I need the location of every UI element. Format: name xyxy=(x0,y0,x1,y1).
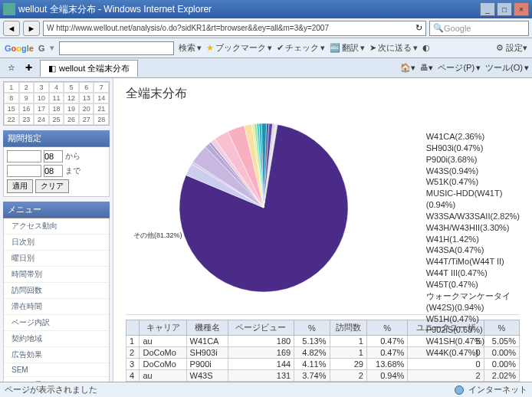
menu-item[interactable]: 曜日別 xyxy=(4,251,109,267)
calendar-day[interactable]: 27 xyxy=(79,114,94,125)
menu-item[interactable]: 広告効果 xyxy=(4,347,109,363)
calendar-day[interactable]: 20 xyxy=(79,103,94,114)
google-bookmark[interactable]: ★ブックマーク▾ xyxy=(206,42,272,54)
table-header: キャリア xyxy=(140,320,186,336)
calendar-day[interactable]: 3 xyxy=(34,82,49,93)
calendar-day[interactable]: 15 xyxy=(4,103,19,114)
from-label: から xyxy=(65,151,80,162)
address-bar[interactable]: W http://www.wellout.net/analysis/o.do?s… xyxy=(43,21,426,36)
table-cell: 144 xyxy=(228,359,294,370)
chart-label: W44T III(0.47%) xyxy=(426,267,520,279)
to-num-input[interactable] xyxy=(44,165,63,177)
menu-item[interactable]: 契約地域 xyxy=(4,331,109,347)
add-favorites[interactable]: ✚ xyxy=(20,61,37,76)
table-cell: 0.47% xyxy=(366,382,407,382)
calendar-day[interactable]: 5 xyxy=(64,82,79,93)
chart-label: W41CA(2.36%) xyxy=(426,131,520,143)
refresh-icon[interactable]: ↻ xyxy=(415,23,422,33)
menu-header: メニュー xyxy=(3,202,110,218)
back-button[interactable]: ◄ xyxy=(3,21,20,36)
menu-item[interactable]: 訪問回数 xyxy=(4,283,109,299)
clear-button[interactable]: クリア xyxy=(35,179,69,193)
table-cell: 1.01% xyxy=(484,382,519,382)
menu-item[interactable]: ページ内訳 xyxy=(4,315,109,331)
table-cell: 128 xyxy=(228,382,294,382)
menu-item[interactable]: 日次別 xyxy=(4,235,109,251)
chart-label: W41H(1.42%) xyxy=(426,234,520,245)
page-menu[interactable]: ページ(P)▾ xyxy=(438,62,481,74)
google-search-btn[interactable]: 検索 ▾ xyxy=(179,42,202,54)
calendar-day[interactable]: 1 xyxy=(4,82,19,93)
chart-label: W45T(0.47%) xyxy=(426,279,520,290)
calendar-day[interactable]: 9 xyxy=(19,93,34,103)
calendar-day[interactable]: 6 xyxy=(79,82,94,93)
search-icon: 🔍 xyxy=(433,23,444,33)
ie-search-box[interactable]: 🔍 Google xyxy=(429,21,529,36)
favorites-star[interactable]: ☆ xyxy=(3,61,20,76)
window-titlebar: wellout 全端末分布 - Windows Internet Explore… xyxy=(0,0,532,18)
menu-item[interactable]: SEM xyxy=(4,363,109,377)
apply-button[interactable]: 適用 xyxy=(7,179,33,193)
table-cell: 180 xyxy=(228,336,294,347)
table-cell: 4 xyxy=(126,370,140,382)
menu-item[interactable]: アクセス動向 xyxy=(4,218,109,235)
calendar-day[interactable]: 24 xyxy=(34,114,49,125)
calendar-day[interactable]: 2 xyxy=(19,82,34,93)
table-cell: 1 xyxy=(330,336,366,347)
from-num-input[interactable] xyxy=(44,150,63,162)
google-more[interactable]: ◐ xyxy=(422,43,430,53)
table-header xyxy=(126,320,140,336)
close-button[interactable]: × xyxy=(514,2,529,16)
ie-nav-toolbar: ◄ ► W http://www.wellout.net/analysis/o.… xyxy=(0,18,532,38)
calendar-day[interactable]: 22 xyxy=(4,114,19,125)
table-cell: 1 xyxy=(408,382,484,382)
ie-tab-bar: ☆ ✚ ◧ wellout 全端末分布 🏠▾ 🖶▾ ページ(P)▾ ツール(O)… xyxy=(0,58,532,78)
calendar-day[interactable]: 11 xyxy=(49,93,64,103)
search-placeholder: Google xyxy=(444,24,471,33)
table-header: % xyxy=(294,320,330,336)
table-header: % xyxy=(366,320,407,336)
google-translate[interactable]: 🔤翻訳▾ xyxy=(330,42,365,54)
table-cell: 1 xyxy=(330,347,366,359)
calendar-day[interactable]: 13 xyxy=(79,93,94,103)
calendar[interactable]: 1234567891011121314151617181920212223242… xyxy=(3,81,110,126)
browser-tab[interactable]: ◧ wellout 全端末分布 xyxy=(40,60,138,77)
chart-label: W43H/W43HII(3.30%) xyxy=(426,222,520,234)
calendar-day[interactable]: 26 xyxy=(64,114,79,125)
forward-button[interactable]: ► xyxy=(23,21,40,36)
table-cell: 0.47% xyxy=(366,347,407,359)
calendar-day[interactable]: 21 xyxy=(94,103,109,114)
google-search-input[interactable] xyxy=(59,41,174,55)
tools-menu[interactable]: ツール(O)▾ xyxy=(485,62,529,74)
print-button[interactable]: 🖶▾ xyxy=(420,62,433,74)
table-cell: 5.13% xyxy=(294,336,330,347)
calendar-day[interactable]: 10 xyxy=(34,93,49,103)
calendar-day[interactable]: 4 xyxy=(49,82,64,93)
menu-item[interactable]: 時間帯別 xyxy=(4,267,109,283)
calendar-day[interactable]: 25 xyxy=(49,114,64,125)
table-cell: 0.00% xyxy=(484,359,519,370)
calendar-day[interactable]: 14 xyxy=(94,93,109,103)
table-cell: W51K xyxy=(186,382,228,382)
google-check[interactable]: ✔チェック▾ xyxy=(277,42,325,54)
google-send[interactable]: ➤次に送る▾ xyxy=(369,42,418,54)
minimize-button[interactable]: _ xyxy=(480,2,495,16)
menu-item[interactable]: 滞在時間 xyxy=(4,299,109,315)
calendar-day[interactable]: 17 xyxy=(34,103,49,114)
from-date-input[interactable] xyxy=(7,150,41,162)
calendar-day[interactable]: 19 xyxy=(64,103,79,114)
menu-item[interactable]: リンク元サイト xyxy=(4,377,109,382)
page-content: 1234567891011121314151617181920212223242… xyxy=(0,78,532,382)
maximize-button[interactable]: □ xyxy=(497,2,512,16)
home-button[interactable]: 🏠▾ xyxy=(400,62,415,74)
calendar-day[interactable]: 18 xyxy=(49,103,64,114)
calendar-day[interactable]: 7 xyxy=(94,82,109,93)
calendar-day[interactable]: 28 xyxy=(94,114,109,125)
google-settings[interactable]: ⚙ 設定▾ xyxy=(496,42,527,54)
calendar-day[interactable]: 8 xyxy=(4,93,19,103)
table-cell: 13.68% xyxy=(366,359,407,370)
to-date-input[interactable] xyxy=(7,165,41,177)
calendar-day[interactable]: 23 xyxy=(19,114,34,125)
calendar-day[interactable]: 12 xyxy=(64,93,79,103)
calendar-day[interactable]: 16 xyxy=(19,103,34,114)
